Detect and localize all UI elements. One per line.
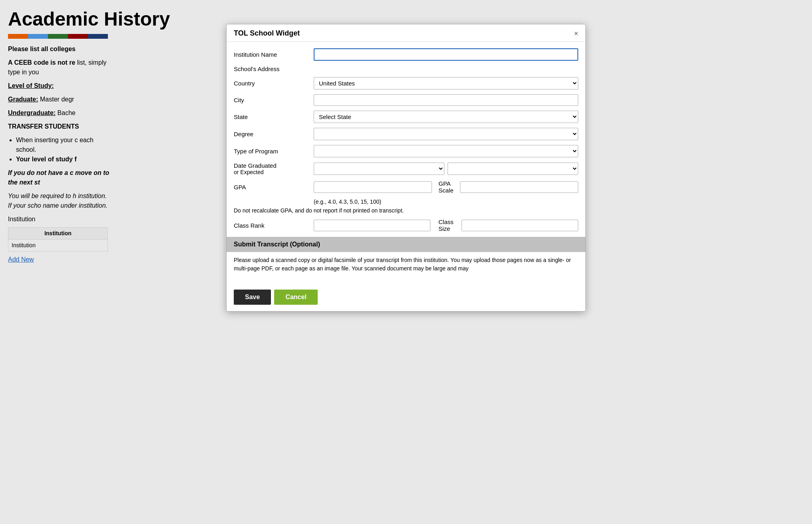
state-control: Select State (314, 111, 578, 123)
schools-address-row: School's Address (234, 66, 578, 72)
type-of-program-control (314, 145, 578, 157)
city-label: City (234, 97, 314, 103)
state-row: State Select State (234, 111, 578, 123)
degree-label: Degree (234, 131, 314, 137)
degree-control (314, 128, 578, 140)
institution-name-row: Institution Name (234, 48, 578, 61)
country-label: Country (234, 80, 314, 87)
type-of-program-label: Type of Program (234, 148, 314, 155)
city-row: City (234, 94, 578, 106)
date-graduated-label: Date Graduated or Expected (234, 162, 314, 175)
modal-dialog: TOL School Widget × Institution Name Sch… (226, 24, 586, 312)
city-control (314, 94, 578, 106)
save-button[interactable]: Save (234, 290, 271, 305)
date-graduated-control (314, 163, 578, 175)
gpa-note: Do not recalculate GPA, and do not repor… (234, 207, 578, 214)
institution-name-label: Institution Name (234, 51, 314, 58)
class-row: Class Rank Class Size (234, 218, 578, 232)
modal-footer: Save Cancel (227, 285, 585, 311)
type-of-program-select[interactable] (314, 145, 578, 157)
class-rank-label: Class Rank (234, 222, 314, 229)
degree-row: Degree (234, 128, 578, 140)
country-select[interactable]: United States (314, 77, 578, 89)
class-rank-input[interactable] (314, 220, 430, 231)
date-graduated-row: Date Graduated or Expected (234, 162, 578, 175)
modal-close-button[interactable]: × (574, 30, 578, 37)
date-year-select[interactable] (448, 163, 578, 175)
city-input[interactable] (314, 94, 578, 106)
gpa-label: GPA (234, 184, 314, 191)
country-control: United States (314, 77, 578, 89)
date-month-select[interactable] (314, 163, 444, 175)
gpa-hint: (e.g., 4.0, 4.3, 5.0, 15, 100) (314, 198, 578, 205)
country-row: Country United States (234, 77, 578, 89)
cancel-button[interactable]: Cancel (274, 290, 317, 305)
modal-header: TOL School Widget × (227, 24, 585, 42)
institution-name-input[interactable] (314, 48, 578, 61)
submit-transcript-header: Submit Transcript (Optional) (227, 237, 585, 252)
gpa-scale-input[interactable] (460, 181, 578, 193)
class-size-label: Class Size (438, 218, 454, 232)
schools-address-label: School's Address (234, 66, 314, 72)
modal-body: Institution Name School's Address Countr… (227, 42, 585, 285)
modal-overlay: TOL School Widget × Institution Name Sch… (0, 0, 812, 524)
class-rank-control: Class Size (314, 218, 578, 232)
institution-name-control (314, 48, 578, 61)
degree-select[interactable] (314, 128, 578, 140)
gpa-row: GPA GPA Scale (234, 180, 578, 194)
gpa-control: GPA Scale (314, 180, 578, 194)
transcript-text: Please upload a scanned copy or digital … (234, 256, 578, 273)
class-size-input[interactable] (462, 220, 578, 231)
gpa-scale-label: GPA Scale (438, 180, 454, 194)
state-label: State (234, 113, 314, 120)
type-of-program-row: Type of Program (234, 145, 578, 157)
modal-title: TOL School Widget (234, 29, 300, 38)
gpa-input[interactable] (314, 181, 432, 193)
state-select[interactable]: Select State (314, 111, 578, 123)
